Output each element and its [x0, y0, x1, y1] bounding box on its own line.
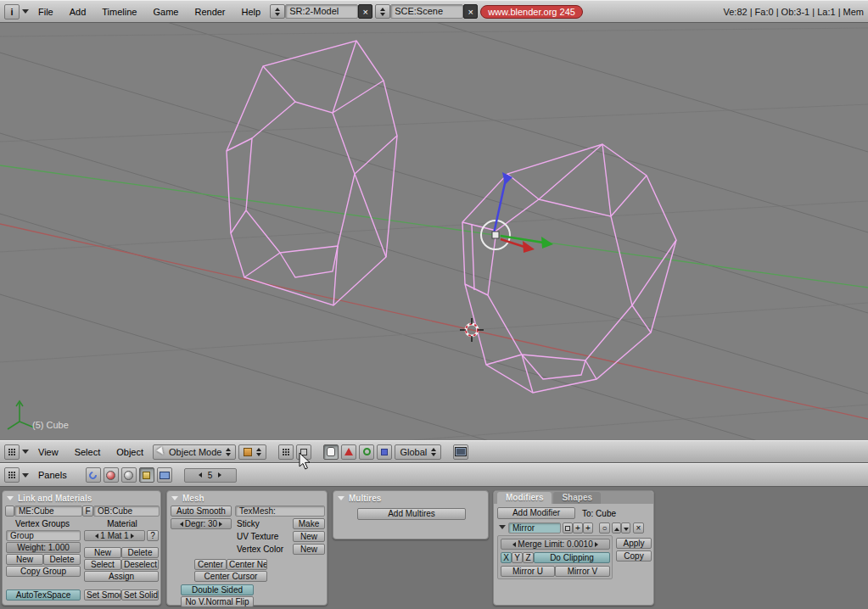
decrement-arrow-icon[interactable]: [187, 472, 203, 478]
vertex-color-new-button[interactable]: New: [293, 544, 325, 555]
tab-modifiers[interactable]: Modifiers: [497, 492, 552, 504]
menu-timeline[interactable]: Timeline: [95, 7, 143, 17]
double-sided-toggle[interactable]: Double Sided: [181, 584, 254, 595]
draw-type-dropdown[interactable]: [238, 444, 266, 460]
modifier-copy-button[interactable]: Copy: [616, 550, 652, 562]
modifier-move-up-button[interactable]: [612, 522, 621, 534]
autotexspace-toggle[interactable]: AutoTexSpace: [6, 589, 81, 601]
deselect-button[interactable]: Deselect: [121, 559, 159, 570]
group-delete-button[interactable]: Delete: [43, 554, 81, 565]
object-name-field[interactable]: OB:Cube: [93, 506, 160, 517]
mirror-axis-z-toggle[interactable]: Z: [523, 552, 534, 563]
increment-arrow-icon[interactable]: [595, 542, 608, 547]
mirror-u-toggle[interactable]: Mirror U: [501, 566, 555, 577]
material-help-button[interactable]: ?: [147, 530, 159, 541]
menu-add[interactable]: Add: [63, 7, 93, 17]
group-new-button[interactable]: New: [6, 554, 43, 565]
logic-context-button[interactable]: [86, 467, 101, 483]
collapse-triangle-icon[interactable]: [7, 496, 14, 500]
add-modifier-dropdown[interactable]: Add Modifier: [497, 507, 575, 519]
context-number-field[interactable]: 5: [184, 468, 237, 483]
manipulator-toggle[interactable]: [323, 444, 339, 460]
add-multires-button[interactable]: Add Multires: [357, 508, 466, 520]
pivot-point-dropdown[interactable]: [278, 444, 294, 460]
modifier-move-down-button[interactable]: [621, 522, 630, 534]
uv-texture-new-button[interactable]: New: [293, 531, 325, 542]
window-type-dropdown[interactable]: i: [4, 4, 20, 20]
decrement-arrow-icon[interactable]: [87, 534, 98, 539]
render-preview-button[interactable]: [453, 444, 468, 460]
orientation-dropdown[interactable]: Global: [395, 444, 441, 460]
modifier-render-toggle[interactable]: [563, 522, 573, 534]
set-smooth-button[interactable]: Set Smoot: [84, 589, 121, 601]
screen-name-field[interactable]: SR:2-Model: [285, 4, 358, 19]
fake-user-button[interactable]: F: [82, 506, 93, 517]
increment-arrow-icon[interactable]: [219, 522, 229, 527]
menu-panels[interactable]: Panels: [31, 470, 74, 480]
collapse-triangle-icon[interactable]: [171, 496, 178, 500]
decrement-arrow-icon[interactable]: [503, 542, 516, 547]
screen-browse-button[interactable]: [270, 4, 285, 19]
editing-context-button[interactable]: [139, 467, 154, 483]
menu-render[interactable]: Render: [188, 7, 232, 17]
auto-smooth-toggle[interactable]: Auto Smooth: [171, 506, 232, 517]
gizmo-x-arrowhead[interactable]: [523, 241, 535, 253]
modifier-expand-icon[interactable]: [499, 525, 506, 529]
do-clipping-toggle[interactable]: Do Clipping: [534, 552, 610, 563]
version-badge[interactable]: www.blender.org 245: [480, 5, 583, 19]
set-solid-button[interactable]: Set Solid: [121, 589, 159, 601]
header-collapse-icon[interactable]: [22, 450, 29, 454]
select-button[interactable]: Select: [84, 559, 121, 570]
mirror-v-toggle[interactable]: Mirror V: [555, 566, 610, 577]
header-collapse-icon[interactable]: [22, 473, 29, 478]
no-vnormal-flip-toggle[interactable]: No V.Normal Flip: [181, 596, 254, 607]
header-collapse-icon[interactable]: [22, 9, 29, 14]
menu-game[interactable]: Game: [146, 7, 185, 17]
panel-header[interactable]: Link and Materials: [3, 491, 160, 504]
manipulator-scale-toggle[interactable]: [377, 444, 392, 460]
mirror-axis-x-toggle[interactable]: X: [501, 552, 512, 563]
material-index-field[interactable]: 1 Mat 1: [84, 530, 145, 541]
modifier-apply-button[interactable]: Apply: [616, 538, 652, 549]
material-new-button[interactable]: New: [84, 547, 121, 558]
menu-object[interactable]: Object: [109, 447, 150, 457]
menu-select[interactable]: Select: [68, 447, 108, 457]
collapse-triangle-icon[interactable]: [338, 496, 344, 500]
panel-header[interactable]: Mesh: [167, 491, 327, 504]
increment-arrow-icon[interactable]: [218, 472, 234, 478]
tab-shapes[interactable]: Shapes: [553, 492, 601, 504]
screen-delete-button[interactable]: ×: [358, 4, 372, 19]
panel-header[interactable]: Multires: [333, 491, 488, 504]
manipulator-translate-toggle[interactable]: [341, 444, 356, 460]
modifier-editmode-toggle[interactable]: +: [583, 522, 593, 534]
mirror-axis-y-toggle[interactable]: Y: [512, 552, 523, 563]
mesh-name-field[interactable]: ME:Cube: [14, 506, 82, 517]
sticky-make-button[interactable]: Make: [293, 518, 325, 529]
vertex-group-field[interactable]: Group: [6, 530, 81, 541]
center-new-button[interactable]: Center New: [227, 559, 267, 570]
gizmo-center-handle[interactable]: [492, 232, 499, 238]
copy-group-button[interactable]: Copy Group: [6, 566, 81, 577]
texmesh-field[interactable]: TexMesh:: [235, 506, 325, 517]
scene-context-button[interactable]: [157, 467, 172, 483]
scene-browse-button[interactable]: [375, 4, 390, 19]
material-delete-button[interactable]: Delete: [121, 547, 159, 558]
degr-field[interactable]: Degr: 30: [171, 518, 232, 529]
menu-view[interactable]: View: [31, 447, 65, 457]
menu-help[interactable]: Help: [235, 7, 268, 17]
increment-arrow-icon[interactable]: [131, 534, 143, 539]
wireframe-object-left[interactable]: [227, 41, 397, 305]
wireframe-object-right[interactable]: [462, 144, 676, 393]
modifier-delete-button[interactable]: ×: [633, 522, 644, 534]
modifier-realtime-toggle[interactable]: +: [573, 522, 583, 534]
assign-button[interactable]: Assign: [84, 571, 159, 582]
object-context-button[interactable]: [121, 467, 137, 483]
modifier-oncage-button[interactable]: ○: [599, 522, 610, 534]
center-cursor-button[interactable]: Center Cursor: [194, 571, 267, 582]
buttons-window-type-dropdown[interactable]: [4, 467, 20, 483]
viewport-window-type-dropdown[interactable]: [4, 444, 20, 460]
shading-context-button[interactable]: [104, 467, 119, 483]
viewport-3d[interactable]: (5) Cube: [0, 23, 868, 440]
center-button[interactable]: Center: [194, 559, 227, 570]
merge-limit-field[interactable]: Merge Limit: 0.0010: [501, 539, 610, 550]
